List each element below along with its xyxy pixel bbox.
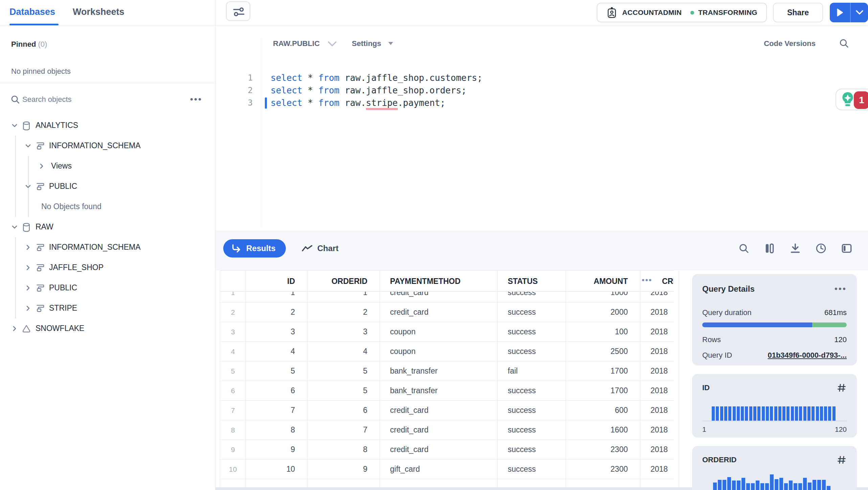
tree-item-views[interactable]: Views	[0, 156, 215, 176]
table-row-3[interactable]: 333couponsuccess1002018	[220, 322, 674, 342]
table-row-7[interactable]: 776credit_cardsuccess6002018	[220, 401, 674, 420]
histogram-bar	[789, 481, 793, 490]
tab-databases[interactable]: Databases	[9, 7, 55, 17]
table-cell: 8	[246, 420, 307, 440]
histogram-bar	[745, 406, 748, 421]
column-header-id[interactable]: ID	[246, 271, 307, 291]
history-clock-icon[interactable]	[815, 243, 827, 254]
split-panel-icon[interactable]	[841, 243, 852, 254]
top-bar: ACCOUNTADMIN TRANSFORMING Share	[215, 0, 868, 25]
worksheet-filters-button[interactable]	[226, 1, 250, 21]
tree-item-jaffle-shop[interactable]: JAFFLE_SHOP	[0, 258, 215, 278]
column-header-amount[interactable]: AMOUNT	[566, 271, 640, 291]
tree-item-raw[interactable]: RAW	[0, 217, 215, 237]
table-cell: 4	[307, 342, 380, 361]
table-cell: 9	[246, 440, 307, 459]
table-cell: 100	[566, 322, 640, 341]
suggestion-pill[interactable]: 1	[836, 89, 868, 110]
table-cell: 2018	[640, 460, 674, 479]
table-cell: credit_card	[380, 303, 498, 322]
tree-item-analytics[interactable]: ANALYTICS	[0, 115, 215, 136]
search-input[interactable]: Search objects	[22, 95, 72, 104]
query-details-menu[interactable]: •••	[835, 284, 847, 294]
table-row-11[interactable]	[220, 479, 674, 487]
column-header-paymentmethod[interactable]: PAYMENTMETHOD	[380, 271, 498, 291]
histogram-bar	[813, 480, 816, 490]
download-icon[interactable]	[790, 243, 801, 254]
tree-item-public[interactable]: PUBLIC	[0, 278, 215, 298]
table-row-6[interactable]: 665bank_transfersuccess17002018	[220, 381, 674, 401]
chevron-down-icon	[25, 142, 31, 149]
chevron-right-icon	[25, 285, 31, 291]
histogram-bar	[807, 406, 810, 421]
role-context-selector[interactable]: ACCOUNTADMIN TRANSFORMING	[597, 3, 767, 22]
more-columns-indicator[interactable]: •••	[642, 271, 652, 292]
duration-label: Query duration	[702, 308, 752, 317]
chevron-right-icon	[25, 305, 31, 312]
lightbulb-icon	[840, 91, 855, 108]
chevron-down-icon	[328, 41, 337, 47]
table-row-8[interactable]: 887credit_cardsuccess16002018	[220, 420, 674, 440]
code-line-2[interactable]: 2select * from raw.jaffle_shop.orders;	[215, 84, 868, 97]
code-line-3[interactable]: 3select * from raw.stripe.payment;	[215, 97, 868, 109]
line-number: 2	[215, 84, 253, 97]
run-button[interactable]	[830, 3, 851, 22]
column-header-status[interactable]: STATUS	[498, 271, 566, 291]
table-cell: success	[498, 420, 566, 440]
id-histogram[interactable]	[702, 398, 847, 421]
run-options-button[interactable]	[851, 3, 868, 22]
schema-icon	[36, 141, 44, 150]
code-line-1[interactable]: 1select * from raw.jaffle_shop.customers…	[215, 72, 868, 84]
code-versions-button[interactable]: Code Versions	[764, 39, 816, 48]
histogram-bar	[774, 406, 777, 421]
tab-worksheets[interactable]: Worksheets	[73, 7, 124, 17]
histogram-bar	[737, 406, 740, 421]
code-area[interactable]: 1select * from raw.jaffle_shop.customers…	[215, 72, 868, 109]
query-details-title: Query Details	[702, 284, 755, 294]
table-row-10[interactable]: 10109gift_cardsuccess23002018	[220, 460, 674, 479]
row-number-header[interactable]	[220, 271, 246, 291]
histogram-bar	[724, 406, 727, 421]
tab-chart[interactable]: Chart	[302, 239, 339, 258]
line-number: 3	[215, 97, 253, 109]
histogram-bar	[760, 483, 764, 490]
sql-editor[interactable]: RAW.PUBLIC Settings Code Versions 1selec…	[215, 26, 868, 231]
tree-item-public[interactable]: PUBLIC	[0, 176, 215, 197]
table-cell: 2018	[640, 420, 674, 440]
table-header: IDORDERIDPAYMENTMETHODSTATUSAMOUNTCREATE…	[220, 271, 674, 292]
column-header-orderid[interactable]: ORDERID	[307, 271, 380, 291]
tab-results[interactable]: Results	[223, 239, 286, 258]
id-axis	[702, 421, 847, 421]
tree-item-information-schema[interactable]: INFORMATION_SCHEMA	[0, 136, 215, 156]
columns-icon[interactable]	[764, 243, 775, 254]
editor-search-icon[interactable]	[839, 38, 849, 50]
tree-item-information-schema[interactable]: INFORMATION_SCHEMA	[0, 237, 215, 258]
histogram-bar	[824, 406, 827, 421]
database-context-dropdown[interactable]: RAW.PUBLIC	[273, 39, 337, 48]
object-search[interactable]: Search objects •••	[0, 90, 215, 109]
table-row-5[interactable]: 555bank_transferfail17002018	[220, 361, 674, 381]
query-id-link[interactable]: 01b349f6-0000-d793-...	[768, 351, 847, 360]
results-search-icon[interactable]	[738, 243, 750, 254]
query-details-panel: Query Details ••• Query duration 681ms R…	[692, 274, 857, 365]
table-row-4[interactable]: 444couponsuccess25002018	[220, 342, 674, 361]
table-row-9[interactable]: 998credit_cardsuccess23002018	[220, 440, 674, 460]
tree-item-snowflake[interactable]: SNOWFLAKE	[0, 318, 215, 339]
histogram-bar	[716, 406, 719, 421]
tree-item-stripe[interactable]: STRIPE	[0, 298, 215, 318]
share-button[interactable]: Share	[773, 3, 823, 22]
table-body: 111credit_cardsuccess10002018222credit_c…	[220, 283, 674, 487]
results-table[interactable]: IDORDERIDPAYMENTMETHODSTATUSAMOUNTCREATE…	[220, 270, 674, 487]
tree-item-label: JAFFLE_SHOP	[49, 263, 104, 272]
histogram-bar	[812, 406, 815, 421]
table-row-2[interactable]: 222credit_cardsuccess20002018	[220, 303, 674, 322]
settings-dropdown[interactable]: Settings	[352, 39, 393, 48]
sidebar-more-menu[interactable]: •••	[190, 94, 202, 105]
table-cell: 2018	[640, 440, 674, 459]
table-cell: 2500	[566, 342, 640, 361]
id-histogram-panel: ID 1 120	[692, 374, 857, 438]
table-cell	[246, 479, 307, 487]
chevron-right-icon	[38, 163, 45, 170]
orderid-histogram[interactable]	[702, 470, 847, 490]
row-number-cell: 7	[220, 401, 246, 420]
